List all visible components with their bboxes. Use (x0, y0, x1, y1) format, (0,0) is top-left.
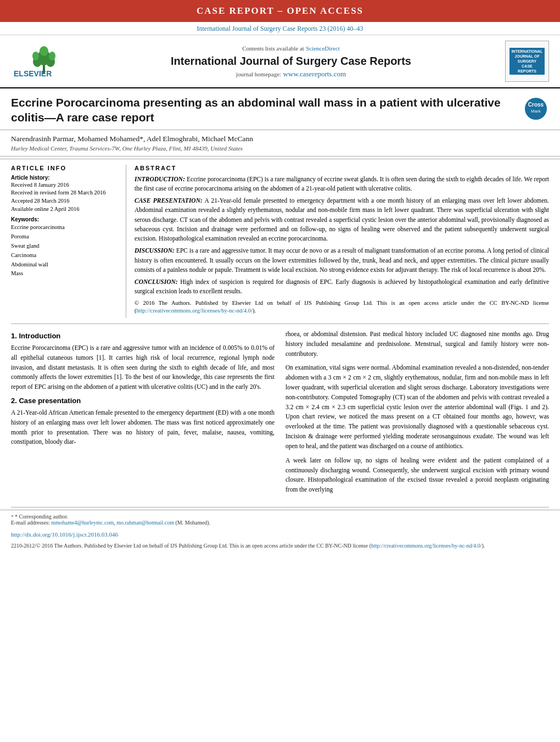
conclusion-body: High index of suspicion is required for … (135, 278, 549, 294)
footnote-section: * * Corresponding author. E-mail address… (0, 510, 560, 529)
svg-point-6 (40, 46, 48, 56)
keyword-2: Poroma (11, 232, 119, 242)
case-body: A 21-Year-old female presented to emerge… (135, 197, 549, 242)
svg-point-4 (32, 52, 39, 60)
doi-section: http://dx.doi.org/10.1016/j.ijscr.2016.0… (0, 529, 560, 540)
abstract-discussion: DISCUSSION: EPC is a rare and aggressive… (135, 246, 549, 275)
article-body: ARTICLE INFO Article history: Received 8… (0, 159, 560, 323)
available-date: Available online 2 April 2016 (11, 205, 119, 214)
footer-license: 2210-2612/© 2016 The Authors. Published … (0, 540, 560, 553)
journal-center-info: Contents lists available at ScienceDirec… (82, 44, 500, 79)
intro-body: Eccrine Porocarcinoma (EPC) is a rare an… (11, 343, 275, 392)
svg-text:Cross: Cross (528, 102, 544, 108)
article-title-text: Eccrine Porocarcinoma presenting as an a… (11, 95, 519, 125)
abstract-col: ABSTRACT INTRODUCTION: Eccrine porocarci… (135, 165, 549, 318)
case-heading: 2. Case presentation (11, 397, 275, 405)
authors-section: Narendrasinh Parmar, Mohamed Mohamed*, A… (0, 130, 560, 154)
license-link[interactable]: http://creativecommons.org/licenses/by-n… (137, 308, 253, 314)
article-info-title: ARTICLE INFO (11, 165, 119, 171)
keyword-3: Sweat gland (11, 242, 119, 251)
received-revised-date: Received in revised form 28 March 2016 (11, 189, 119, 197)
article-info-col: ARTICLE INFO Article history: Received 8… (11, 165, 126, 318)
svg-text:Mark: Mark (531, 109, 541, 114)
footnote-name: (M. Mohamed). (175, 520, 210, 526)
journal-title: International Journal of Surgery Case Re… (82, 55, 500, 68)
abstract-intro: INTRODUCTION: Eccrine porocarcinoma (EPC… (135, 175, 549, 194)
homepage-link[interactable]: www.casereports.com (283, 70, 346, 78)
affiliation-line: Hurley Medical Center, Trauma Services-7… (11, 145, 549, 152)
contents-line: Contents lists available at ScienceDirec… (82, 44, 500, 53)
abstract-text: INTRODUCTION: Eccrine porocarcinoma (EPC… (135, 175, 549, 315)
email-label: E-mail addresses: (11, 520, 50, 526)
elsevier-logo: ELSEVIER (11, 42, 82, 80)
discussion-label: DISCUSSION: (135, 247, 175, 254)
intro-label: INTRODUCTION: (135, 176, 185, 182)
right-body-2: On examination, vital signs were normal.… (285, 363, 549, 451)
journal-header: ELSEVIER Contents lists available at Sci… (0, 35, 560, 88)
keyword-5: Abdominal wall (11, 260, 119, 270)
keywords-list: Eccrine porocarcinoma Poroma Sweat gland… (11, 223, 119, 278)
abstract-conclusion: CONCLUSION: High index of suspicion is r… (135, 277, 549, 297)
journal-citation: International Journal of Surgery Case Re… (197, 25, 363, 32)
journal-logo-right: INTERNATIONALJOURNAL OFSURGERYCASEREPORT… (500, 41, 549, 82)
keyword-6: Mass (11, 269, 119, 278)
keyword-4: Carcinoma (11, 251, 119, 260)
article-title-section: Eccrine Porocarcinoma presenting as an a… (0, 88, 560, 130)
keyword-1: Eccrine porocarcinoma (11, 223, 119, 232)
footer-license-link[interactable]: http://creativecommons.org/licenses/by-n… (371, 543, 481, 549)
sciencedirect-link[interactable]: ScienceDirect (306, 45, 340, 52)
email-2[interactable]: mo.rahman@hotmail.com (116, 520, 174, 526)
crossmark-badge: Cross Mark (524, 97, 549, 122)
received-date: Received 8 January 2016 (11, 181, 119, 189)
footer-license-text: 2210-2612/© 2016 The Authors. Published … (11, 543, 371, 549)
right-body-1: rhoea, or abdominal distension. Past med… (285, 330, 549, 359)
email-line: E-mail addresses: mmohame4@hurleymc.com,… (11, 520, 549, 526)
svg-text:ELSEVIER: ELSEVIER (14, 69, 52, 78)
email-1[interactable]: mmohame4@hurleymc.com (51, 520, 114, 526)
col-left: 1. Introduction Eccrine Porocarcinoma (E… (11, 330, 275, 499)
authors-line: Narendrasinh Parmar, Mohamed Mohamed*, A… (11, 135, 549, 143)
discussion-body: EPC is a rare and aggressive tumor. It m… (135, 247, 549, 273)
history-label: Article history: (11, 175, 119, 181)
right-body-3: A week later on follow up, no signs of h… (285, 456, 549, 495)
keywords-label: Keywords: (11, 216, 119, 222)
homepage-line: journal homepage: www.casereports.com (82, 70, 500, 79)
case-body-left: A 21-Year-old African American female pr… (11, 408, 275, 447)
col-right: rhoea, or abdominal distension. Past med… (285, 330, 549, 499)
star-icon: * (11, 514, 14, 520)
footer-license-close: ). (481, 543, 485, 549)
header-banner: CASE REPORT – OPEN ACCESS (0, 0, 560, 22)
journal-info-line: International Journal of Surgery Case Re… (0, 22, 560, 35)
conclusion-label: CONCLUSION: (135, 278, 178, 285)
case-label: CASE PRESENTATION: (135, 197, 203, 204)
abstract-case: CASE PRESENTATION: A 21-Year-old female … (135, 196, 549, 243)
journal-logo-box: INTERNATIONALJOURNAL OFSURGERYCASEREPORT… (505, 41, 549, 82)
svg-point-5 (49, 52, 55, 60)
abstract-license: © 2016 The Authors. Published by Elsevie… (135, 299, 549, 315)
intro-heading: 1. Introduction (11, 332, 275, 340)
intro-body: Eccrine porocarcinoma (EPC) is a rare ma… (135, 176, 549, 192)
article-title: Eccrine Porocarcinoma presenting as an a… (11, 95, 519, 125)
doi-link[interactable]: http://dx.doi.org/10.1016/j.ijscr.2016.0… (11, 531, 118, 538)
footnote-star-text: * Corresponding author. (15, 514, 68, 520)
abstract-title: ABSTRACT (135, 165, 549, 171)
corresponding-author: * * Corresponding author. (11, 514, 549, 520)
main-content: 1. Introduction Eccrine Porocarcinoma (E… (0, 324, 560, 505)
accepted-date: Accepted 28 March 2016 (11, 197, 119, 205)
